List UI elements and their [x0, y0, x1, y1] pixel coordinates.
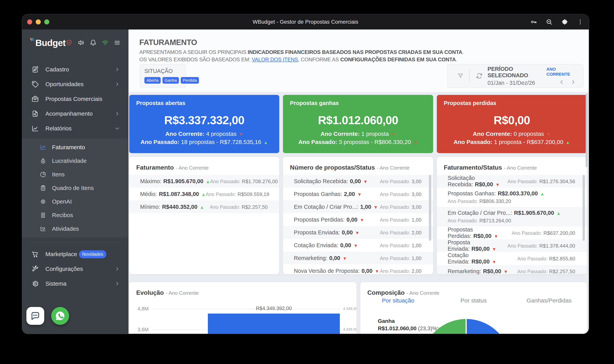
sidebar-item-atividades[interactable]: Atividades	[22, 222, 129, 235]
zoom-out-icon[interactable]	[546, 18, 553, 26]
card-title: Propostas perdidas	[444, 100, 496, 106]
logo-text: Budget	[35, 38, 65, 48]
sidebar-divider	[29, 243, 121, 243]
periodo-prev-button[interactable]	[559, 79, 564, 85]
sidebar-item-oportunidades[interactable]: Oportunidades	[22, 77, 129, 91]
row-label: Propostas Ganhas:	[294, 191, 342, 197]
row-remarketing: Remarketing:R$0,00▼Ano Passado:R$2.257,5…	[437, 265, 587, 274]
y-axis-tick-label: 3,6M	[129, 326, 149, 333]
receipt-icon	[40, 212, 46, 218]
past-value: 1,00	[412, 255, 421, 261]
menu-kebab-icon[interactable]	[577, 18, 584, 26]
row-main-line: Propostas Ganhas:2,00▼	[294, 191, 362, 197]
situacao-badge-perdida[interactable]: Perdida	[181, 77, 199, 84]
browser-titlebar: WBudget - Gestor de Propostas Comerciais	[22, 14, 589, 29]
key-icon[interactable]	[530, 18, 537, 26]
tab-ganhas-perdidas[interactable]: Ganhas/Perdidas	[511, 297, 587, 304]
sidebar-item-marketplace[interactable]: MarketplaceNovidades	[22, 247, 129, 261]
past-value: 1,00	[412, 217, 421, 223]
past-label: Ano Passado:	[380, 192, 410, 197]
bell-icon[interactable]	[90, 39, 97, 46]
sidebar-item-faturamento[interactable]: Faturamento	[22, 141, 129, 154]
past-label: Ano Passado:	[517, 256, 548, 261]
page-description-line2: OS VALORES EXIBIDOS SÃO BASEADOS EM: VAL…	[139, 57, 457, 63]
panel-numero-de-propostas-status: Número de propostas/Status- Ano Corrente…	[283, 157, 433, 274]
sidebar-item-label: Cadastro	[45, 66, 69, 73]
tab-por-status[interactable]: Por status	[436, 297, 511, 304]
row-propostas-ganhas: Propostas Ganhas:R$2.003.370,00▲Ano Pass…	[437, 188, 587, 207]
situacao-badge-ganha[interactable]: Ganha	[162, 77, 179, 84]
card-value: R$1.012.060,00	[283, 114, 433, 127]
sidebar-item-cadastro[interactable]: Cadastro	[22, 62, 129, 77]
sidebar-item-configuracoes[interactable]: Configurações	[22, 261, 129, 276]
valor-dos-itens-link[interactable]: VALOR DOS ITENS	[252, 57, 298, 63]
trend-down-icon: ▼	[413, 140, 418, 145]
tag-icon	[31, 80, 39, 88]
sidebar-item-itens[interactable]: Itens	[22, 168, 129, 181]
row-label: Propostas Ganhas:	[448, 190, 496, 196]
sync-icon[interactable]	[475, 71, 483, 80]
main-scrollbar-thumb[interactable]	[586, 93, 588, 167]
sidebar-item-openai[interactable]: OpenAI	[22, 195, 129, 208]
extensions-icon[interactable]	[561, 18, 568, 26]
sidebar-item-lucratividade[interactable]: Lucratividade	[22, 154, 129, 168]
row-em-cotacao-criar-pro: Em Cotação / Criar Pro...:R$1.905.670,00…	[437, 207, 587, 226]
row-label: Cotação Enviada:	[448, 252, 470, 265]
panel-title: Número de propostas/Status	[290, 164, 375, 171]
evolucao-chart: 4,8M4.349.3943,6M4.349.393R$4.349.392,00	[129, 282, 356, 334]
chat-bubble-icon	[30, 311, 40, 321]
sidebar-item-relatorios[interactable]: Relatórios	[22, 121, 129, 136]
panel-scrollbar-thumb[interactable]	[429, 175, 431, 241]
past-label: Ano Passado:	[380, 204, 410, 210]
sidebar-item-sistema[interactable]: Sistema	[22, 276, 129, 291]
sidebar-item-quadro-de-itens[interactable]: Quadro de Itens	[22, 181, 129, 195]
past-value: R$1.708.276,00	[242, 179, 278, 184]
sidebar-item-label: Atividades	[52, 225, 79, 232]
card-current-value: 4 propostas	[205, 130, 236, 137]
row-value: 0,00	[342, 229, 353, 235]
bar	[208, 313, 340, 334]
sidebar-item-label: Faturamento	[52, 144, 85, 151]
card-current-line: Ano Corrente: 4 propostas▼	[129, 130, 279, 137]
periodo-next-button[interactable]	[570, 79, 576, 85]
trend-up-icon: ▲	[200, 205, 204, 210]
trend-down-icon: ▼	[504, 269, 508, 274]
chart-frame-icon	[31, 125, 39, 132]
window-title: WBudget - Gestor de Propostas Comerciais	[22, 14, 589, 29]
secondary-axis-tick-label: 4.349.393	[343, 327, 356, 332]
sidebar-item-acompanhamento[interactable]: Acompanhamento	[22, 106, 129, 121]
row-past: Ano Passado:3,00	[380, 178, 421, 184]
whatsapp-fab-button[interactable]	[51, 307, 69, 325]
hamburger-icon[interactable]	[114, 39, 121, 46]
wifi-icon[interactable]	[102, 39, 109, 46]
pie-annotation-value: R$1.012.060,00 (23,3)%	[378, 325, 437, 332]
sidebar-item-recibos[interactable]: Recibos	[22, 208, 129, 222]
row-main-line: Solicitação Recebida:R$0,00▼	[448, 175, 508, 188]
past-value: R$2.257,50	[549, 269, 575, 274]
sidebar-item-label: OpenAI	[52, 198, 72, 205]
volume-icon[interactable]	[78, 39, 85, 46]
row-value: R$0,00	[471, 259, 490, 265]
row-value: 0,00	[329, 255, 340, 261]
past-label: Ano Passado:	[206, 192, 236, 197]
main-content: FATURAMENTO APRESENTAMOS A SEGUIR OS PRI…	[129, 29, 589, 334]
chat-fab-button[interactable]	[26, 307, 44, 325]
past-label: Ano Passado:	[380, 256, 410, 261]
row-main-line: Nova Versão de Proposta:0,00▼	[294, 268, 379, 274]
sidebar-item-propostas-comerciais[interactable]: Propostas Comerciais	[22, 91, 129, 106]
trend-down-icon: ▼	[360, 218, 364, 222]
trend-down-icon: ▼	[239, 132, 243, 137]
tab-por-situacao[interactable]: Por situação	[360, 297, 436, 304]
ano-corrente-badge: ANO CORRENTE	[547, 67, 576, 77]
panel-scrollbar-thumb[interactable]	[583, 175, 585, 241]
shield-check-icon[interactable]	[65, 39, 73, 46]
row-value: R$1.905.670,00	[514, 210, 554, 216]
row-past: Ano Passado:2,00	[380, 229, 421, 236]
past-label: Ano Passado:	[448, 198, 478, 204]
filter-funnel-icon[interactable]	[457, 72, 463, 79]
situacao-badge-aberta[interactable]: Aberta	[144, 77, 161, 84]
gear-icon	[31, 280, 39, 287]
tools-icon	[31, 265, 39, 273]
pie-annotation-title: Ganha	[378, 318, 437, 324]
card-past-value: 18 propostas - R$7.728.535,16	[179, 139, 261, 145]
